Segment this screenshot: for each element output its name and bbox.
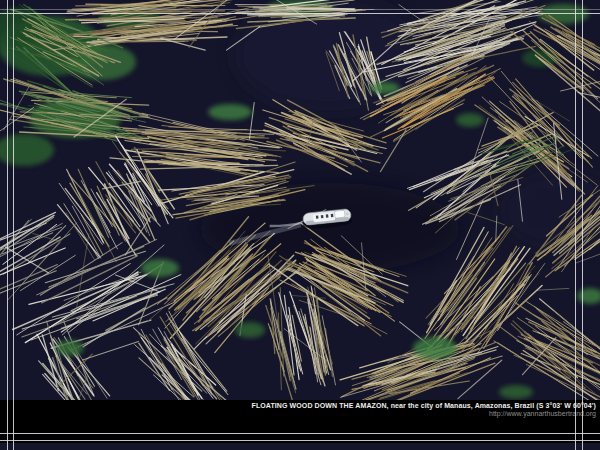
wallpaper: FLOATING WOOD DOWN THE AMAZON, near the … <box>0 0 600 450</box>
frame-line <box>0 433 600 434</box>
vegetation-patch <box>56 340 84 356</box>
vegetation-patch <box>499 385 533 399</box>
frame-line <box>0 13 600 14</box>
frame-line <box>582 0 583 450</box>
caption-bar: FLOATING WOOD DOWN THE AMAZON, near the … <box>0 400 600 443</box>
vegetation-patch <box>141 259 179 277</box>
frame-line <box>0 9 600 10</box>
vegetation-patch <box>370 82 400 94</box>
vegetation-patch <box>413 337 457 359</box>
vegetation-patch <box>456 113 484 127</box>
frame-line <box>575 0 576 450</box>
photo-credit-url: http://www.yannarthusbertrand.org <box>0 410 596 418</box>
photo-caption: FLOATING WOOD DOWN THE AMAZON, near the … <box>0 402 596 410</box>
vegetation-patch <box>235 322 265 338</box>
aerial-photo <box>0 0 600 450</box>
frame-line <box>13 0 14 450</box>
frame-line <box>7 0 8 450</box>
vegetation-patch <box>208 104 252 120</box>
frame-line <box>0 440 600 441</box>
